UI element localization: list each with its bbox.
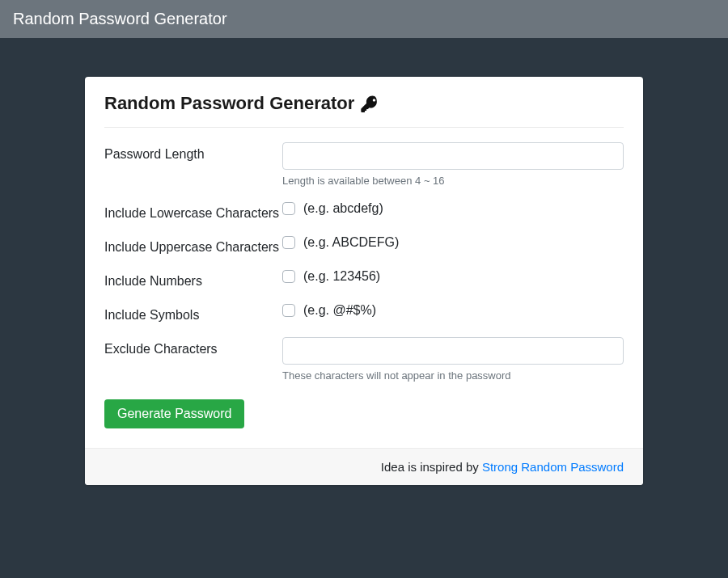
- control-wrap-numbers: (e.g. 123456): [282, 269, 624, 284]
- help-exclude: These characters will not appear in the …: [282, 369, 624, 382]
- example-symbols: (e.g. @#$%): [303, 303, 376, 318]
- label-password-length: Password Length: [104, 142, 282, 162]
- label-lowercase: Include Lowercase Characters: [104, 201, 282, 221]
- example-lowercase: (e.g. abcdefg): [303, 201, 383, 216]
- navbar: Random Password Generator: [0, 0, 728, 38]
- checkbox-uppercase[interactable]: [282, 236, 295, 249]
- card-footer: Idea is inspired by Strong Random Passwo…: [85, 448, 643, 485]
- label-symbols: Include Symbols: [104, 303, 282, 323]
- help-password-length: Length is available between 4 ~ 16: [282, 175, 624, 187]
- label-exclude: Exclude Characters: [104, 337, 282, 357]
- row-lowercase: Include Lowercase Characters (e.g. abcde…: [104, 201, 624, 221]
- footer-link[interactable]: Strong Random Password: [482, 460, 624, 474]
- checkbox-symbols[interactable]: [282, 304, 295, 317]
- generate-password-button[interactable]: Generate Password: [104, 399, 244, 428]
- row-exclude: Exclude Characters These characters will…: [104, 337, 624, 382]
- page-container: Random Password Generator Password Lengt…: [0, 38, 728, 524]
- row-numbers: Include Numbers (e.g. 123456): [104, 269, 624, 289]
- control-wrap-exclude: These characters will not appear in the …: [282, 337, 624, 382]
- label-numbers: Include Numbers: [104, 269, 282, 289]
- checkbox-numbers[interactable]: [282, 270, 295, 283]
- example-uppercase: (e.g. ABCDEFG): [303, 235, 399, 250]
- row-uppercase: Include Uppercase Characters (e.g. ABCDE…: [104, 235, 624, 255]
- row-password-length: Password Length Length is available betw…: [104, 142, 624, 187]
- control-wrap-lowercase: (e.g. abcdefg): [282, 201, 624, 216]
- card-title: Random Password Generator: [104, 93, 624, 128]
- example-numbers: (e.g. 123456): [303, 269, 380, 284]
- generator-card: Random Password Generator Password Lengt…: [85, 77, 643, 485]
- label-uppercase: Include Uppercase Characters: [104, 235, 282, 255]
- footer-text: Idea is inspired by: [381, 460, 482, 474]
- card-body: Random Password Generator Password Lengt…: [85, 77, 643, 448]
- password-length-input[interactable]: [282, 142, 624, 170]
- control-wrap-uppercase: (e.g. ABCDEFG): [282, 235, 624, 250]
- checkbox-lowercase[interactable]: [282, 202, 295, 215]
- exclude-characters-input[interactable]: [282, 337, 624, 365]
- key-icon: [361, 95, 379, 112]
- brand: Random Password Generator: [13, 10, 227, 27]
- card-title-text: Random Password Generator: [104, 93, 354, 114]
- row-symbols: Include Symbols (e.g. @#$%): [104, 303, 624, 323]
- control-wrap-symbols: (e.g. @#$%): [282, 303, 624, 318]
- control-wrap-length: Length is available between 4 ~ 16: [282, 142, 624, 187]
